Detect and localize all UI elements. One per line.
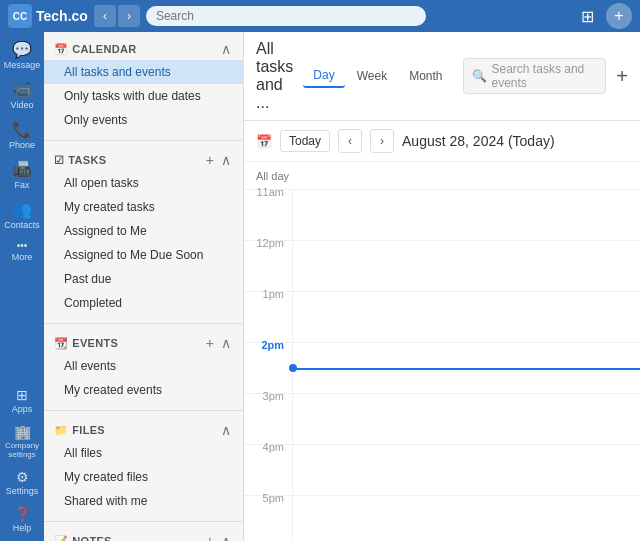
nav-forward-button[interactable]: › bbox=[118, 5, 140, 27]
nav-right-actions: ⊞ + bbox=[574, 3, 632, 29]
current-time-line bbox=[293, 368, 640, 370]
app-title: Tech.co bbox=[36, 8, 88, 24]
sidebar-item-settings[interactable]: ⚙ Settings bbox=[2, 465, 42, 500]
sidebar-item-more[interactable]: ••• More bbox=[2, 236, 42, 266]
events-section-title-area: 📆 EVENTS bbox=[54, 337, 118, 350]
sidebar-item-fax[interactable]: 📠 Fax bbox=[2, 156, 42, 194]
events-collapse-button[interactable]: ∧ bbox=[219, 336, 233, 350]
main-layout: 💬 Message 📹 Video 📞 Phone 📠 Fax 👥 Contac… bbox=[0, 32, 640, 541]
all-open-tasks-item[interactable]: All open tasks bbox=[44, 171, 243, 195]
divider-2 bbox=[44, 323, 243, 324]
sidebar-item-label: Fax bbox=[14, 180, 29, 190]
time-row-4pm: 4pm bbox=[244, 445, 640, 496]
notes-section-label: NOTES bbox=[72, 535, 111, 541]
time-content-1pm bbox=[292, 292, 640, 342]
contacts-icon: 👥 bbox=[12, 200, 32, 219]
calendar-section: 📅 CALENDAR ∧ All tasks and events Only t… bbox=[44, 32, 243, 138]
calendar-body[interactable]: All day 11am 12pm 1pm bbox=[244, 162, 640, 541]
sidebar-item-label: Contacts bbox=[4, 220, 40, 230]
completed-item[interactable]: Completed bbox=[44, 291, 243, 315]
add-button[interactable]: + bbox=[606, 3, 632, 29]
time-label-11am: 11am bbox=[244, 182, 292, 198]
time-row-1pm: 1pm bbox=[244, 292, 640, 343]
company-settings-icon: 🏢 bbox=[14, 424, 31, 440]
global-search-input[interactable] bbox=[146, 6, 426, 26]
events-section-icon: 📆 bbox=[54, 337, 68, 350]
calendar-section-label: CALENDAR bbox=[72, 43, 136, 55]
files-section-icon: 📁 bbox=[54, 424, 68, 437]
tasks-section: ☑ TASKS + ∧ All open tasks My created ta… bbox=[44, 143, 243, 321]
notes-add-button[interactable]: + bbox=[204, 534, 216, 541]
only-events-item[interactable]: Only events bbox=[44, 108, 243, 132]
next-date-button[interactable]: › bbox=[370, 129, 394, 153]
shared-with-me-item[interactable]: Shared with me bbox=[44, 489, 243, 513]
grid-icon-button[interactable]: ⊞ bbox=[574, 3, 600, 29]
sidebar-item-contacts[interactable]: 👥 Contacts bbox=[2, 196, 42, 234]
time-row-3pm: 3pm bbox=[244, 394, 640, 445]
calendar-add-button[interactable]: + bbox=[616, 66, 628, 86]
my-created-events-item[interactable]: My created events bbox=[44, 378, 243, 402]
settings-icon: ⚙ bbox=[16, 469, 29, 485]
tasks-collapse-button[interactable]: ∧ bbox=[219, 153, 233, 167]
today-button[interactable]: Today bbox=[280, 130, 330, 152]
divider-1 bbox=[44, 140, 243, 141]
events-section-label: EVENTS bbox=[72, 337, 118, 349]
time-content-3pm bbox=[292, 394, 640, 444]
files-section-title-area: 📁 FILES bbox=[54, 424, 105, 437]
assigned-due-soon-item[interactable]: Assigned to Me Due Soon bbox=[44, 243, 243, 267]
tab-day[interactable]: Day bbox=[303, 64, 344, 88]
tab-week[interactable]: Week bbox=[347, 64, 397, 88]
assigned-to-me-item[interactable]: Assigned to Me bbox=[44, 219, 243, 243]
prev-date-button[interactable]: ‹ bbox=[338, 129, 362, 153]
main-content: All tasks and ... Day Week Month 🔍 Searc… bbox=[244, 32, 640, 541]
sidebar-item-help[interactable]: ❓ Help bbox=[2, 502, 42, 537]
sidebar-item-video[interactable]: 📹 Video bbox=[2, 76, 42, 114]
tasks-add-button[interactable]: + bbox=[204, 153, 216, 167]
sidebar-item-message[interactable]: 💬 Message bbox=[2, 36, 42, 74]
time-label-12pm: 12pm bbox=[244, 233, 292, 249]
events-section-actions: + ∧ bbox=[204, 336, 233, 350]
calendar-icon-small: 📅 bbox=[256, 134, 272, 149]
my-created-tasks-item[interactable]: My created tasks bbox=[44, 195, 243, 219]
help-icon: ❓ bbox=[14, 506, 31, 522]
sidebar-item-label: Settings bbox=[6, 486, 39, 496]
calendar-search[interactable]: 🔍 Search tasks and events bbox=[463, 58, 607, 94]
all-files-item[interactable]: All files bbox=[44, 441, 243, 465]
search-icon: 🔍 bbox=[472, 69, 487, 83]
all-tasks-events-item[interactable]: All tasks and events bbox=[44, 60, 243, 84]
calendar-collapse-button[interactable]: ∧ bbox=[219, 42, 233, 56]
search-placeholder: Search tasks and events bbox=[492, 62, 598, 90]
tasks-section-label: TASKS bbox=[68, 154, 106, 166]
sidebar-item-label: Video bbox=[11, 100, 34, 110]
events-add-button[interactable]: + bbox=[204, 336, 216, 350]
sidebar-item-phone[interactable]: 📞 Phone bbox=[2, 116, 42, 154]
notes-section-title-area: 📝 NOTES bbox=[54, 535, 112, 542]
my-created-files-item[interactable]: My created files bbox=[44, 465, 243, 489]
all-events-item[interactable]: All events bbox=[44, 354, 243, 378]
tab-month[interactable]: Month bbox=[399, 64, 452, 88]
past-due-item[interactable]: Past due bbox=[44, 267, 243, 291]
time-content-2pm bbox=[292, 343, 640, 393]
logo-icon: CC bbox=[8, 4, 32, 28]
app-logo[interactable]: CC Tech.co bbox=[8, 4, 88, 28]
sidebar-item-apps[interactable]: ⊞ Apps bbox=[2, 383, 42, 418]
calendar-section-header: 📅 CALENDAR ∧ bbox=[44, 38, 243, 60]
tasks-due-dates-item[interactable]: Only tasks with due dates bbox=[44, 84, 243, 108]
notes-section-header: 📝 NOTES + ∧ bbox=[44, 530, 243, 541]
files-section: 📁 FILES ∧ All files My created files Sha… bbox=[44, 413, 243, 519]
nav-back-button[interactable]: ‹ bbox=[94, 5, 116, 27]
side-icon-nav: 💬 Message 📹 Video 📞 Phone 📠 Fax 👥 Contac… bbox=[0, 32, 44, 541]
notes-collapse-button[interactable]: ∧ bbox=[219, 534, 233, 541]
time-label-3pm: 3pm bbox=[244, 386, 292, 402]
files-section-header: 📁 FILES ∧ bbox=[44, 419, 243, 441]
left-panel: 📅 CALENDAR ∧ All tasks and events Only t… bbox=[44, 32, 244, 541]
sidebar-item-label: More bbox=[12, 252, 33, 262]
tasks-section-header: ☑ TASKS + ∧ bbox=[44, 149, 243, 171]
sidebar-item-company-settings[interactable]: 🏢 Company settings bbox=[2, 420, 42, 463]
events-section-header: 📆 EVENTS + ∧ bbox=[44, 332, 243, 354]
time-row-5pm: 5pm bbox=[244, 496, 640, 541]
time-content-5pm bbox=[292, 496, 640, 541]
notes-section: 📝 NOTES + ∧ All notes My created notes R… bbox=[44, 524, 243, 541]
calendar-tabs: Day Week Month bbox=[303, 64, 452, 88]
files-collapse-button[interactable]: ∧ bbox=[219, 423, 233, 437]
